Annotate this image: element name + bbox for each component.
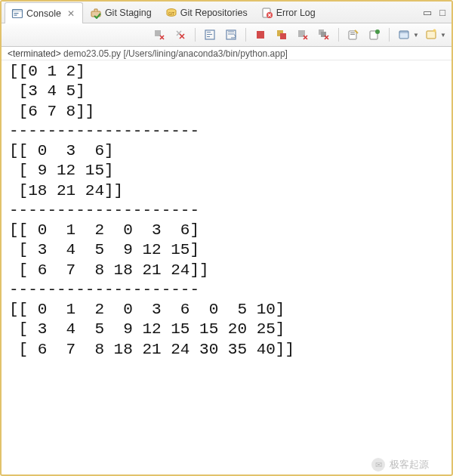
maximize-icon[interactable]: □ [439,7,445,18]
tab-label: Console [26,8,61,19]
terminate-all-button[interactable] [272,26,291,44]
remove-all-launch-button[interactable] [314,26,334,44]
svg-point-25 [375,29,380,34]
separator [338,28,339,42]
close-icon[interactable]: ✕ [66,8,76,19]
svg-point-29 [433,29,436,32]
wechat-icon: ✉ [371,458,385,471]
svg-rect-1 [13,9,23,11]
terminate-button[interactable] [251,26,270,44]
scroll-lock-button[interactable] [200,26,220,44]
dropdown-icon[interactable]: ▼ [412,32,420,39]
separator [245,28,246,42]
svg-rect-23 [350,34,355,35]
launch-status: <terminated> demo23.05.py [/Users/lining… [2,47,451,60]
minimize-icon[interactable]: ▭ [423,7,432,18]
svg-rect-13 [207,36,210,37]
console-icon [11,8,23,20]
svg-rect-15 [257,31,264,39]
separator [389,28,390,42]
clear-console-button[interactable] [344,26,363,44]
svg-rect-9 [155,30,161,36]
dropdown-icon[interactable]: ▼ [439,32,447,39]
svg-rect-21 [349,31,356,39]
new-console-button[interactable] [421,26,441,44]
remove-launch-button[interactable] [293,26,313,44]
tab-label: Git Repositories [180,8,248,18]
launch-path: demo23.05.py [/Users/lining/anaconda3/bi… [61,48,288,59]
view-tabstrip: Console ✕ Git Staging GIT Git Repositori… [2,2,451,23]
tab-git-repositories[interactable]: GIT Git Repositories [159,2,254,23]
tab-console[interactable]: Console ✕ [5,2,83,23]
tab-label: Git Staging [105,8,152,18]
svg-rect-11 [207,32,211,32]
svg-rect-12 [207,34,212,35]
remove-all-button[interactable] [171,26,190,44]
separator [195,28,196,42]
svg-rect-3 [14,14,17,15]
svg-rect-22 [350,32,355,33]
tab-error-log[interactable]: Error Log [254,2,322,23]
view-window-controls: ▭ □ [423,2,451,23]
git-staging-icon [90,7,102,19]
tab-git-staging[interactable]: Git Staging [83,2,159,23]
git-repos-icon: GIT [165,7,177,19]
terminate-remove-button[interactable] [149,26,169,44]
pin-console-button[interactable] [365,26,384,44]
word-wrap-button[interactable] [221,26,241,44]
svg-rect-17 [280,33,286,39]
open-console-button[interactable] [394,26,414,44]
svg-rect-28 [427,31,436,39]
console-output[interactable]: [[0 1 2] [3 4 5] [6 7 8]] --------------… [2,60,451,366]
svg-text:GIT: GIT [168,11,174,15]
watermark-label: 极客起源 [390,458,429,471]
terminated-label: <terminated> [8,48,61,59]
svg-rect-27 [399,31,408,33]
tab-label: Error Log [276,8,316,18]
svg-rect-2 [14,13,19,14]
console-toolbar: ▼ ▼ [2,23,451,47]
watermark: ✉ 极客起源 [371,458,429,471]
error-log-icon [261,7,273,19]
